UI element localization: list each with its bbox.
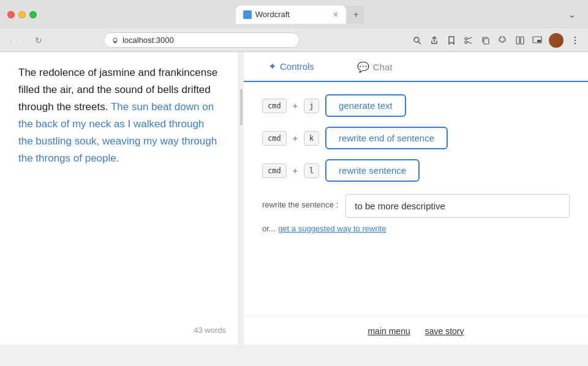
- scissors-icon[interactable]: [463, 35, 474, 46]
- tab-title: Wordcraft: [255, 10, 329, 19]
- or-text: or...: [262, 224, 276, 233]
- window-expand-button[interactable]: ⌄: [563, 5, 581, 24]
- browser-chrome: Wordcraft ✕ + ⌄ ‹ › ↻ localhost:3000: [0, 0, 588, 52]
- svg-point-13: [575, 36, 576, 37]
- tab-controls[interactable]: ✦ Controls: [256, 52, 326, 82]
- minimize-button[interactable]: [18, 11, 26, 18]
- rewrite-label-row: rewrite the sentence :: [262, 194, 570, 218]
- svg-point-15: [575, 42, 576, 43]
- svg-line-3: [418, 42, 421, 44]
- controls-body: cmd + j generate text cmd + k rewrite en…: [244, 82, 588, 317]
- action-key-1: j: [304, 99, 319, 113]
- plus-3: +: [293, 166, 298, 176]
- rewrite-or-row: or... get a suggested way to rewrite: [262, 223, 570, 234]
- modifier-key-1: cmd: [262, 99, 287, 113]
- profile-avatar[interactable]: [549, 33, 564, 48]
- address-bar: ‹ › ↻ localhost:3000: [0, 29, 588, 51]
- new-tab-button[interactable]: +: [349, 6, 364, 24]
- sparkle-icon: ✦: [268, 61, 276, 72]
- modifier-key-3: cmd: [262, 163, 287, 178]
- title-bar: Wordcraft ✕ + ⌄: [0, 0, 588, 29]
- reload-button[interactable]: ↻: [32, 34, 45, 47]
- traffic-lights: [7, 11, 37, 18]
- modifier-key-2: cmd: [262, 131, 287, 146]
- svg-rect-10: [521, 37, 524, 44]
- tab-chat[interactable]: 💬 Chat: [345, 53, 405, 81]
- rewrite-section: rewrite the sentence : or... get a sugge…: [262, 194, 570, 234]
- suggested-rewrite-link[interactable]: get a suggested way to rewrite: [278, 224, 386, 233]
- shortcut-row-rewrite-end: cmd + k rewrite end of sentence: [262, 127, 570, 149]
- svg-rect-12: [537, 40, 541, 42]
- save-story-link[interactable]: save story: [425, 326, 464, 336]
- svg-rect-1: [114, 41, 117, 43]
- extension-icon[interactable]: [497, 35, 508, 46]
- browser-toolbar: [412, 33, 581, 48]
- tab-close-button[interactable]: ✕: [333, 10, 339, 19]
- action-key-3: l: [304, 163, 319, 178]
- back-button[interactable]: ‹: [7, 34, 15, 47]
- forward-button[interactable]: ›: [20, 34, 28, 47]
- pip-icon[interactable]: [532, 35, 543, 46]
- copy-icon[interactable]: [480, 35, 491, 46]
- share-icon[interactable]: [429, 35, 440, 46]
- zoom-icon[interactable]: [412, 35, 423, 46]
- svg-point-2: [414, 37, 419, 42]
- editor-text[interactable]: The redolence of jasmine and frankincens…: [18, 64, 220, 167]
- maximize-button[interactable]: [29, 11, 37, 18]
- url-text: localhost:3000: [123, 35, 174, 45]
- svg-point-0: [113, 38, 117, 42]
- rewrite-end-button[interactable]: rewrite end of sentence: [325, 127, 448, 149]
- generate-text-button[interactable]: generate text: [325, 94, 406, 117]
- address-input-field[interactable]: localhost:3000: [104, 32, 300, 48]
- word-count: 43 words: [194, 326, 226, 335]
- tab-bar: Wordcraft ✕ +: [236, 6, 364, 24]
- controls-tab-label: Controls: [280, 61, 314, 72]
- main-content: The redolence of jasmine and frankincens…: [0, 52, 588, 345]
- pane-footer: main menu save story: [244, 317, 588, 345]
- svg-rect-9: [516, 37, 519, 44]
- more-options-button[interactable]: [570, 35, 581, 46]
- svg-point-14: [575, 39, 576, 40]
- shortcut-row-rewrite: cmd + l rewrite sentence: [262, 159, 570, 182]
- svg-line-7: [467, 42, 472, 43]
- controls-pane: ✦ Controls 💬 Chat cmd + j generate text …: [244, 52, 588, 345]
- tab-favicon: [243, 10, 252, 19]
- plus-2: +: [293, 133, 298, 143]
- reader-icon[interactable]: [514, 35, 526, 46]
- chat-tab-label: Chat: [373, 62, 393, 72]
- rewrite-input[interactable]: [345, 194, 570, 218]
- main-menu-link[interactable]: main menu: [368, 326, 410, 336]
- chat-icon: 💬: [357, 61, 369, 73]
- svg-point-4: [465, 37, 467, 40]
- scrollbar[interactable]: [239, 52, 244, 345]
- svg-point-5: [465, 41, 467, 43]
- shortcut-row-generate: cmd + j generate text: [262, 94, 570, 117]
- rewrite-label: rewrite the sentence :: [262, 194, 338, 209]
- editor-pane: The redolence of jasmine and frankincens…: [0, 52, 239, 345]
- bookmark-icon[interactable]: [446, 35, 457, 46]
- plus-1: +: [293, 101, 298, 111]
- lock-icon: [111, 37, 119, 44]
- pane-tab-bar: ✦ Controls 💬 Chat: [244, 52, 588, 82]
- rewrite-sentence-button[interactable]: rewrite sentence: [325, 159, 420, 182]
- close-button[interactable]: [7, 11, 15, 18]
- svg-rect-8: [484, 39, 489, 44]
- scrollbar-thumb[interactable]: [240, 89, 243, 125]
- action-key-2: k: [304, 131, 319, 146]
- active-tab[interactable]: Wordcraft ✕: [236, 6, 346, 24]
- svg-line-6: [467, 37, 472, 39]
